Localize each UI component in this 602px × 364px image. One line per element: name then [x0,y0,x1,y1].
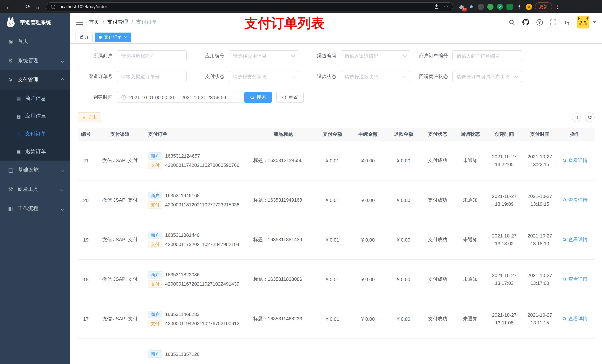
hamburger-icon[interactable] [76,20,83,25]
action-cell: 查看详情 [558,197,592,203]
filter-label: 退款状态 [307,73,341,80]
filter-label: 商户订单编号 [418,52,452,59]
merchant-order-no-input[interactable] [452,50,522,62]
dashboard-icon: ◉ [7,38,15,45]
reload-button[interactable]: ⟳ [23,2,32,11]
check-extension-icon[interactable] [497,3,503,10]
refresh-table-button[interactable] [585,113,595,122]
chevron-up-icon [61,78,64,82]
order-id: 17 [78,316,94,322]
tool-icon: ⚒ [7,186,15,193]
sidebar-item-workflow[interactable]: ◧ 工作流程 [0,199,70,218]
sidebar-subitem-refund-order[interactable]: ▣ 退款订单 [0,143,70,161]
browser-menu-kebab-icon[interactable]: ⋮ [555,4,560,10]
url-bar[interactable]: localhost:1024/pay/order ☆ [46,2,453,11]
pay-tag: 支付 [148,320,162,327]
pay-order-no: 4200001174202110278060590766 [165,162,239,168]
product-title: 标题：1635311823086 [252,276,315,283]
pin-extension-icon[interactable] [516,3,522,10]
merchant-order-no: 1635311823086 [165,272,200,277]
view-detail-link[interactable]: 查看详情 [562,316,588,322]
view-detail-link[interactable]: 查看详情 [562,157,588,164]
tab-home[interactable]: 首页 [75,32,93,42]
view-detail-link[interactable]: 查看详情 [562,197,588,203]
refund-status-select[interactable] [341,71,410,82]
update-button[interactable]: 更新 [535,2,552,11]
sidebar-item-devtools[interactable]: ⚒ 研发工具 [0,180,70,199]
back-button[interactable]: ← [4,2,13,11]
home-button[interactable]: ⌂ [32,2,42,11]
fullscreen-icon[interactable] [550,19,556,25]
card-icon: ▤ [15,96,22,101]
github-icon[interactable] [522,19,529,26]
pay-status: 支付成功 [421,316,454,322]
magnifier-icon [562,198,567,202]
table-header: 编号 支付渠道 支付订单 商品标题 支付金额 手续金额 退款金额 支付状态 回调… [78,128,595,141]
breadcrumb-pay[interactable]: 支付管理 [107,19,128,26]
url-text: localhost:1024/pay/order [58,4,107,9]
magnifier-icon [562,238,567,242]
create-time-range-picker[interactable]: 2021-10-01 00:00:00 - 2021-10-31 23:59:5… [117,92,239,103]
sidebar-item-system[interactable]: ⚙ 系统管理 [0,51,70,70]
sidebar-subitem-app-info[interactable]: ▦ 应用信息 [0,107,70,125]
site-info-icon[interactable] [51,4,55,9]
font-size-icon[interactable]: TT [564,19,570,25]
breadcrumb-current: 支付订单 [136,19,157,26]
app-logo: 芋道管理系统 [0,13,70,32]
search-button[interactable]: 搜索 [244,92,272,103]
chevron-down-icon [61,187,64,191]
filter-row-1: 所属商户 应用编号 渠道编码 商户订单编号 [83,50,595,62]
gray-extension-icon[interactable] [478,3,484,10]
merchant-tag: 商户 [148,192,162,199]
drop-extension-icon[interactable] [468,3,474,10]
refund-amount: ¥ 0.00 [386,197,421,203]
puzzle-extension-icon[interactable]: 10 [458,3,465,10]
extension-badge: 10 [462,8,467,11]
pay-status: 支付成功 [421,236,454,243]
pay-order-no: 4200001173202110272847982104 [165,241,239,247]
merchant-select[interactable] [117,50,187,62]
search-icon[interactable] [508,19,515,25]
view-detail-link[interactable]: 查看详情 [562,276,588,283]
share-icon[interactable] [434,4,439,9]
bookmark-star-icon[interactable]: ☆ [444,4,448,10]
breadcrumb-home[interactable]: 首页 [89,19,99,26]
toggle-search-button[interactable] [572,113,581,122]
sidebar-item-pay[interactable]: ¥ 支付管理 [0,70,70,90]
help-icon[interactable]: ? [536,19,543,25]
channel-code-select[interactable] [341,50,410,62]
pay-submenu: ▤ 商户信息 ▦ 应用信息 ◎ 支付订单 ▣ 退款订单 [0,90,70,161]
pay-time-cell: 2021-10-27 13:18:10 [522,232,558,248]
avatar-caret-down-icon[interactable] [593,21,596,23]
tab-pay-order[interactable]: 支付订单 × [95,32,131,42]
table-row: 19 微信 JSAPI 支付 商户 1635311881440 支付 42000… [78,220,595,260]
table-body: 21 微信 JSAPI 支付 商户 1635312124657 支付 42000… [78,141,595,339]
pay-status-select[interactable] [229,71,298,82]
browser-chrome: ← → ⟳ ⌂ localhost:1024/pay/order ☆ 10 [0,0,602,13]
view-detail-link[interactable]: 查看详情 [562,236,588,243]
pay-tag: 支付 [148,280,162,288]
filter-label: 支付状态 [195,73,229,80]
app-title: 芋道管理系统 [20,19,51,26]
pay-tag: 支付 [148,241,162,248]
sidebar-subitem-merchant-info[interactable]: ▤ 商户信息 [0,90,70,107]
sidebar-item-infrastructure[interactable]: ▢ 基础设施 [0,161,70,180]
square-extension-icon[interactable] [506,3,513,10]
reset-button[interactable]: 重置 [276,92,304,103]
app-select[interactable] [229,50,298,62]
sidebar-item-home[interactable]: ◉ 首页 [0,32,70,51]
filter-label: 应用编号 [195,52,229,59]
avatar-extension-icon[interactable] [526,3,532,10]
close-icon[interactable]: × [124,35,127,40]
sidebar-subitem-pay-order[interactable]: ◎ 支付订单 [0,125,70,143]
user-avatar[interactable] [577,16,589,29]
merchant-tag: 商户 [148,271,162,278]
filter-label: 渠道订单号 [83,73,117,80]
notify-status-select[interactable] [452,71,522,82]
export-button[interactable]: 导出 [78,113,101,122]
channel-order-no-input[interactable] [117,71,187,82]
forward-button[interactable]: → [13,2,23,11]
table-row: 20 微信 JSAPI 支付 商户 1635311949168 支付 42000… [78,180,595,220]
green-extension-icon[interactable] [487,3,494,10]
refund-amount: ¥ 0.00 [386,237,421,242]
